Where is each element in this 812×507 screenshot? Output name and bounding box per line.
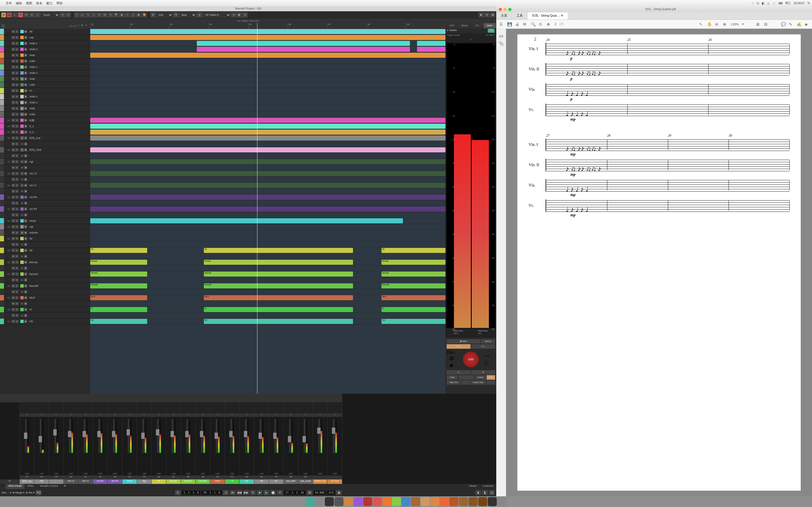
record-enable-button[interactable]: ● xyxy=(20,320,24,323)
channel-strip[interactable]: C 0.00 39 DeccaR xyxy=(196,394,210,484)
track-name[interactable]: Violin 2 xyxy=(28,71,90,74)
channel-fader[interactable] xyxy=(142,419,144,453)
solo-all-button[interactable]: S xyxy=(7,12,12,17)
channel-eq[interactable] xyxy=(284,402,298,413)
dock-app-icon[interactable] xyxy=(440,497,449,506)
clip-lane[interactable] xyxy=(90,117,446,123)
mute-button[interactable]: m xyxy=(11,308,15,311)
input-icon[interactable]: ⌨ xyxy=(778,2,782,5)
zone-left-button[interactable]: ◧ xyxy=(479,12,484,17)
play-button[interactable]: ▶ xyxy=(264,490,269,495)
track-header[interactable]: 37 ms ●◉ Agt xyxy=(0,159,90,165)
track-header[interactable]: 33 ms ●◉ S_1 xyxy=(0,123,90,129)
channel-fader[interactable] xyxy=(289,419,291,453)
monitor-button[interactable]: ◉ xyxy=(24,77,28,80)
monitor-button[interactable]: ◉ xyxy=(24,113,28,116)
page-number-input[interactable]: 2 xyxy=(555,22,556,26)
channel-eq[interactable] xyxy=(313,402,327,413)
solo-button[interactable]: s xyxy=(15,189,18,193)
record-enable-button[interactable]: ● xyxy=(20,30,24,33)
dock-app-icon[interactable] xyxy=(430,497,439,506)
afl-button[interactable]: AFL xyxy=(487,375,495,380)
monitor-button[interactable]: ◉ xyxy=(24,284,28,288)
mute-button[interactable]: m xyxy=(11,320,15,323)
pan-display[interactable]: C xyxy=(210,413,225,417)
dock-app-icon[interactable] xyxy=(306,497,315,506)
mute-button[interactable]: m xyxy=(11,59,15,63)
solo-button[interactable]: s xyxy=(15,113,18,116)
status-icon[interactable]: △ xyxy=(767,2,769,5)
signature-display[interactable]: 4/4 xyxy=(327,491,335,495)
record-enable-button[interactable]: ● xyxy=(20,130,24,134)
monitor-button[interactable]: ◉ xyxy=(24,219,28,223)
right-locator[interactable]: 70. 1. 1. 0 xyxy=(202,491,222,495)
record-enable-button[interactable]: ● xyxy=(20,136,24,140)
clip-lane[interactable] xyxy=(90,147,446,153)
channel-fader[interactable] xyxy=(318,419,320,453)
track-header[interactable]: ms ●◉ xyxy=(0,301,90,307)
mix-select[interactable]: ⊕ Mix ▾ xyxy=(26,491,35,494)
audio-clip[interactable] xyxy=(90,129,446,135)
track-header[interactable]: ms ●◉ xyxy=(0,177,90,182)
pan-display[interactable]: C xyxy=(93,413,107,417)
track-header[interactable]: ms ●◉ Violin 2 xyxy=(0,100,90,106)
pan-display[interactable]: C xyxy=(313,413,327,417)
clip-lane[interactable] xyxy=(90,200,446,206)
solo-button[interactable]: s xyxy=(15,142,18,146)
mute-button[interactable]: m xyxy=(11,296,15,299)
record-enable-button[interactable]: ● xyxy=(20,255,24,258)
solo-button[interactable]: s xyxy=(15,166,18,169)
channel-label[interactable]: Agt xyxy=(137,480,151,484)
monitor-button[interactable]: ◉ xyxy=(24,308,28,311)
mute-button[interactable]: m xyxy=(11,302,15,305)
mute-button[interactable]: m xyxy=(11,237,15,240)
search-icon[interactable]: 🔍 xyxy=(531,22,536,26)
clip-lane[interactable] xyxy=(90,94,446,100)
channel-strip[interactable]: C 0.00 30 AG LX xyxy=(64,394,79,484)
solo-button[interactable]: s xyxy=(15,255,18,258)
range-tool[interactable]: ▭ xyxy=(80,12,85,17)
solo-button[interactable]: s xyxy=(15,278,18,282)
solo-button[interactable]: s xyxy=(15,77,18,80)
channel-label[interactable]: sea_small xyxy=(298,480,313,484)
track-name[interactable]: Cello xyxy=(28,113,90,116)
mute-button[interactable]: m xyxy=(11,172,15,175)
channel-label[interactable]: AG LY xyxy=(79,480,93,484)
track-header[interactable]: 38 ms ●◉ AG LX xyxy=(0,171,90,177)
solo-button[interactable]: s xyxy=(15,202,18,205)
solo-button[interactable]: s xyxy=(15,148,18,152)
zoom-out-icon[interactable]: ⊖ xyxy=(715,22,719,26)
tool-button[interactable]: ⊙ xyxy=(60,12,65,17)
audio-clip[interactable]: DeccaL xyxy=(90,260,147,265)
ref-button[interactable]: ◉ xyxy=(449,362,455,368)
audio-clip[interactable]: StLR xyxy=(382,295,446,300)
audio-clip[interactable] xyxy=(90,124,446,129)
clip-lane[interactable] xyxy=(90,35,446,41)
record-enable-button[interactable]: ● xyxy=(20,207,24,211)
monitor-button[interactable]: ◉ xyxy=(24,290,28,293)
retrospective-button[interactable]: ↶ xyxy=(277,490,283,495)
record-enable-button[interactable]: ● xyxy=(20,59,24,63)
monitor-button[interactable]: ◉ xyxy=(24,54,28,57)
clip-lane[interactable] xyxy=(90,112,446,117)
audio-clip[interactable]: StLR xyxy=(90,295,147,300)
dock-app-icon[interactable] xyxy=(459,497,468,506)
solo-button[interactable]: s xyxy=(15,48,18,51)
clip-lane[interactable] xyxy=(90,206,446,212)
ruler-mark[interactable]: 36 xyxy=(288,23,327,29)
dock-app-icon[interactable] xyxy=(449,497,458,506)
solo-button[interactable]: s xyxy=(15,184,18,187)
channel-strip[interactable]: C 0.00 43 Vla xyxy=(254,394,269,484)
track-header[interactable]: 32 ms ●◉ 出曲 xyxy=(0,117,90,123)
monitor-button[interactable]: ◉ xyxy=(24,202,28,205)
track-name[interactable]: Vl2 xyxy=(28,320,90,323)
track-header[interactable]: ms ●◉ xyxy=(0,277,90,283)
stamp-icon[interactable]: ◈ xyxy=(805,22,809,26)
record-enable-button[interactable]: ● xyxy=(20,202,24,205)
mute-button[interactable]: m xyxy=(11,83,15,87)
record-enable-button[interactable]: ● xyxy=(20,148,24,152)
clip-lane[interactable] xyxy=(90,277,446,283)
clip-lane[interactable] xyxy=(90,236,446,242)
audio-clip[interactable]: DeccaR xyxy=(382,283,446,288)
history-select[interactable]: istor… ▾ xyxy=(2,491,11,494)
